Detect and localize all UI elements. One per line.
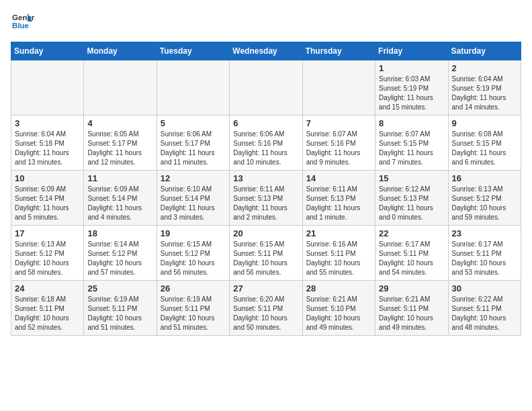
- day-number: 21: [306, 228, 371, 238]
- logo: General Blue: [11, 11, 38, 31]
- day-info: Sunrise: 6:16 AM: [306, 240, 371, 249]
- day-info: Sunset: 5:12 PM: [15, 249, 80, 259]
- day-info: Sunrise: 6:19 AM: [161, 295, 226, 304]
- day-info: Sunrise: 6:15 AM: [161, 240, 226, 249]
- day-info: Sunrise: 6:18 AM: [15, 295, 80, 304]
- calendar-cell: 18Sunrise: 6:14 AMSunset: 5:12 PMDayligh…: [84, 226, 157, 281]
- calendar-cell: [11, 60, 84, 116]
- day-info: Sunrise: 6:03 AM: [379, 75, 444, 84]
- day-info: Sunset: 5:14 PM: [87, 194, 152, 203]
- day-number: 9: [452, 118, 517, 128]
- day-info: Sunrise: 6:14 AM: [87, 240, 152, 249]
- calendar-cell: 3Sunrise: 6:04 AMSunset: 5:18 PMDaylight…: [11, 116, 84, 171]
- calendar-cell: 17Sunrise: 6:13 AMSunset: 5:12 PMDayligh…: [11, 226, 84, 281]
- day-info: Sunrise: 6:06 AM: [233, 130, 298, 139]
- day-number: 3: [15, 118, 80, 128]
- day-info: Sunrise: 6:17 AM: [379, 240, 444, 249]
- day-number: 30: [452, 283, 517, 293]
- day-info: Sunset: 5:11 PM: [452, 249, 517, 259]
- day-info: Sunrise: 6:04 AM: [15, 130, 80, 139]
- calendar-cell: 20Sunrise: 6:15 AMSunset: 5:11 PMDayligh…: [230, 226, 302, 281]
- day-info: Sunset: 5:11 PM: [161, 304, 226, 314]
- day-info: Sunrise: 6:17 AM: [452, 240, 517, 249]
- day-number: 22: [379, 228, 444, 238]
- week-row-1: 1Sunrise: 6:03 AMSunset: 5:19 PMDaylight…: [11, 60, 521, 116]
- calendar-cell: 28Sunrise: 6:21 AMSunset: 5:10 PMDayligh…: [302, 281, 375, 336]
- day-number: 20: [233, 228, 298, 238]
- day-info: Sunset: 5:14 PM: [15, 194, 80, 203]
- day-number: 15: [379, 173, 444, 183]
- day-info: Sunrise: 6:07 AM: [379, 130, 444, 139]
- day-info: Sunrise: 6:07 AM: [306, 130, 371, 139]
- calendar-cell: [302, 60, 375, 116]
- day-info: Daylight: 10 hours and 58 minutes.: [15, 259, 80, 277]
- day-number: 16: [452, 173, 517, 183]
- day-info: Sunset: 5:16 PM: [233, 139, 298, 148]
- day-number: 8: [379, 118, 444, 128]
- day-number: 4: [87, 118, 152, 128]
- day-number: 24: [15, 283, 80, 293]
- day-number: 26: [161, 283, 226, 293]
- day-info: Daylight: 11 hours and 6 minutes.: [452, 148, 517, 167]
- col-header-tuesday: Tuesday: [157, 42, 229, 60]
- day-info: Daylight: 10 hours and 56 minutes.: [161, 259, 226, 277]
- day-number: 5: [161, 118, 226, 128]
- day-info: Sunrise: 6:09 AM: [87, 185, 152, 194]
- calendar-cell: 8Sunrise: 6:07 AMSunset: 5:15 PMDaylight…: [375, 116, 448, 171]
- day-info: Sunrise: 6:13 AM: [15, 240, 80, 249]
- calendar-cell: 24Sunrise: 6:18 AMSunset: 5:11 PMDayligh…: [11, 281, 84, 336]
- day-info: Sunrise: 6:12 AM: [379, 185, 444, 194]
- day-info: Daylight: 10 hours and 52 minutes.: [15, 314, 80, 332]
- day-info: Daylight: 11 hours and 11 minutes.: [161, 148, 226, 167]
- day-info: Daylight: 10 hours and 50 minutes.: [233, 314, 298, 332]
- day-info: Sunset: 5:11 PM: [15, 304, 80, 314]
- day-info: Sunset: 5:10 PM: [306, 304, 371, 314]
- day-info: Sunset: 5:11 PM: [233, 249, 298, 259]
- day-number: 28: [306, 283, 371, 293]
- day-number: 11: [87, 173, 152, 183]
- col-header-wednesday: Wednesday: [230, 42, 302, 60]
- calendar-cell: 4Sunrise: 6:05 AMSunset: 5:17 PMDaylight…: [84, 116, 157, 171]
- col-header-saturday: Saturday: [448, 42, 521, 60]
- calendar-cell: [84, 60, 157, 116]
- day-number: 29: [379, 283, 444, 293]
- day-info: Daylight: 10 hours and 57 minutes.: [87, 259, 152, 277]
- day-info: Sunset: 5:12 PM: [87, 249, 152, 259]
- day-number: 10: [15, 173, 80, 183]
- calendar-cell: 12Sunrise: 6:10 AMSunset: 5:14 PMDayligh…: [157, 171, 229, 226]
- logo-icon: General Blue: [11, 11, 35, 31]
- calendar-cell: 7Sunrise: 6:07 AMSunset: 5:16 PMDaylight…: [302, 116, 375, 171]
- day-info: Daylight: 11 hours and 15 minutes.: [379, 93, 444, 112]
- day-info: Daylight: 11 hours and 12 minutes.: [87, 148, 152, 167]
- day-info: Sunset: 5:13 PM: [379, 194, 444, 203]
- calendar-cell: 29Sunrise: 6:21 AMSunset: 5:11 PMDayligh…: [375, 281, 448, 336]
- calendar-cell: 11Sunrise: 6:09 AMSunset: 5:14 PMDayligh…: [84, 171, 157, 226]
- day-number: 19: [161, 228, 226, 238]
- day-info: Daylight: 11 hours and 0 minutes.: [379, 203, 444, 222]
- week-row-4: 17Sunrise: 6:13 AMSunset: 5:12 PMDayligh…: [11, 226, 521, 281]
- page-header: General Blue: [11, 11, 521, 31]
- calendar-cell: 23Sunrise: 6:17 AMSunset: 5:11 PMDayligh…: [448, 226, 521, 281]
- day-info: Sunset: 5:15 PM: [379, 139, 444, 148]
- col-header-friday: Friday: [375, 42, 448, 60]
- day-number: 12: [161, 173, 226, 183]
- calendar-cell: 21Sunrise: 6:16 AMSunset: 5:11 PMDayligh…: [302, 226, 375, 281]
- day-info: Daylight: 11 hours and 2 minutes.: [233, 203, 298, 222]
- day-number: 2: [452, 63, 517, 73]
- col-header-monday: Monday: [84, 42, 157, 60]
- calendar-table: SundayMondayTuesdayWednesdayThursdayFrid…: [11, 42, 521, 336]
- calendar-cell: 9Sunrise: 6:08 AMSunset: 5:15 PMDaylight…: [448, 116, 521, 171]
- day-number: 13: [233, 173, 298, 183]
- day-info: Sunrise: 6:09 AM: [15, 185, 80, 194]
- day-info: Sunrise: 6:11 AM: [306, 185, 371, 194]
- day-info: Sunrise: 6:11 AM: [233, 185, 298, 194]
- day-info: Sunset: 5:12 PM: [161, 249, 226, 259]
- day-info: Sunrise: 6:15 AM: [233, 240, 298, 249]
- day-info: Daylight: 10 hours and 51 minutes.: [161, 314, 226, 332]
- week-row-5: 24Sunrise: 6:18 AMSunset: 5:11 PMDayligh…: [11, 281, 521, 336]
- day-info: Sunset: 5:11 PM: [233, 304, 298, 314]
- day-info: Daylight: 11 hours and 1 minute.: [306, 203, 371, 222]
- day-info: Sunset: 5:18 PM: [15, 139, 80, 148]
- day-info: Daylight: 10 hours and 54 minutes.: [379, 259, 444, 277]
- col-header-thursday: Thursday: [302, 42, 375, 60]
